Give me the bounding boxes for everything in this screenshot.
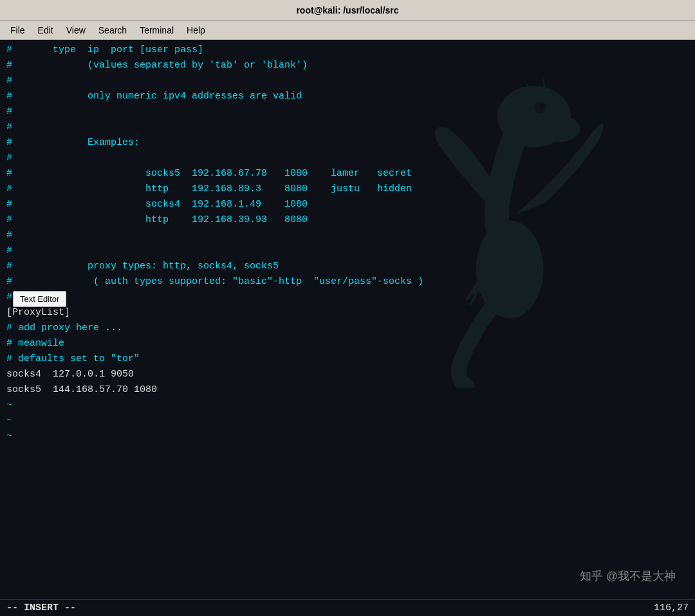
line-6: # [6,120,689,135]
line-17: # [6,290,689,305]
menu-bar: File Edit View Search Terminal Help [0,21,695,40]
line-16: # ( auth types supported: "basic"-http "… [6,274,689,290]
line-7-text: # Examples: [6,135,140,150]
line-1: # type ip port [user pass] [6,42,689,58]
line-20-text: # meanwile [6,336,64,351]
menu-view[interactable]: View [61,24,91,37]
line-5-text: # [6,104,12,119]
title-bar: root@kali: /usr/local/src [0,0,695,21]
line-8: # [6,151,689,166]
line-22: socks4 127.0.0.1 9050 [6,367,689,382]
line-13-text: # [6,228,12,243]
line-5: # [6,104,689,120]
line-23: socks5 144.168.57.70 1080 [6,382,689,398]
line-19: # add proxy here ... [6,321,689,336]
line-tilde-2: ~ [6,413,689,429]
line-15-text: # proxy types: http, socks4, socks5 [6,259,279,274]
menu-terminal[interactable]: Terminal [134,24,179,37]
line-17-text: # [6,290,12,304]
menu-edit[interactable]: Edit [33,24,59,37]
tooltip-text-editor: Text Editor [13,291,66,307]
line-12-text: # http 192.168.39.93 8080 [6,212,308,227]
line-11-text: # socks4 192.168.1.49 1080 [6,197,308,212]
line-7: # Examples: [6,135,689,151]
line-10: # http 192.168.89.3 8080 justu hidden [6,182,689,197]
line-tilde-3: ~ [6,429,689,444]
menu-search[interactable]: Search [93,24,132,37]
line-8-text: # [6,151,12,165]
line-6-text: # [6,120,12,135]
cursor-position: 116,27 [654,602,689,613]
line-4: # only numeric ipv4 addresses are valid [6,89,689,104]
line-21: # defaults set to "tor" [6,351,689,367]
line-1-text: # type ip port [user pass] [6,42,203,57]
line-9: # socks5 192.168.67.78 1080 lamer secret [6,166,689,182]
tilde-1: ~ [6,398,12,413]
line-12: # http 192.168.39.93 8080 [6,212,689,228]
terminal-window: # type ip port [user pass] # (values sep… [0,40,695,616]
tilde-3: ~ [6,429,12,443]
line-22-text: socks4 127.0.0.1 9050 [6,367,134,382]
line-2-text: # (values separated by 'tab' or 'blank') [6,58,308,73]
line-4-text: # only numeric ipv4 addresses are valid [6,89,302,104]
line-18: [ProxyList] [6,305,689,321]
line-tilde-1: ~ [6,398,689,413]
line-18-text: [ProxyList] [6,305,70,320]
line-3-text: # [6,73,12,88]
line-23-text: socks5 144.168.57.70 1080 [6,382,157,397]
zhihu-watermark: 知乎 @我不是大神 [580,568,676,584]
line-2: # (values separated by 'tab' or 'blank') [6,58,689,73]
line-20: # meanwile [6,336,689,351]
line-14: # [6,243,689,259]
line-16-text: # ( auth types supported: "basic"-http "… [6,274,423,289]
tilde-2: ~ [6,413,12,428]
line-14-text: # [6,243,12,258]
line-9-text: # socks5 192.168.67.78 1080 lamer secret [6,166,412,181]
line-10-text: # http 192.168.89.3 8080 justu hidden [6,182,412,196]
title-text: root@kali: /usr/local/src [296,5,398,15]
insert-mode-label: -- INSERT -- [6,602,76,613]
menu-help[interactable]: Help [181,24,210,37]
line-15: # proxy types: http, socks4, socks5 [6,259,689,274]
status-bar: -- INSERT -- 116,27 [0,599,695,616]
line-19-text: # add proxy here ... [6,321,122,335]
menu-file[interactable]: File [5,24,30,37]
line-11: # socks4 192.168.1.49 1080 [6,197,689,212]
line-3: # [6,73,689,89]
terminal-content: # type ip port [user pass] # (values sep… [0,40,695,447]
line-21-text: # defaults set to "tor" [6,351,140,366]
line-13: # [6,228,689,243]
